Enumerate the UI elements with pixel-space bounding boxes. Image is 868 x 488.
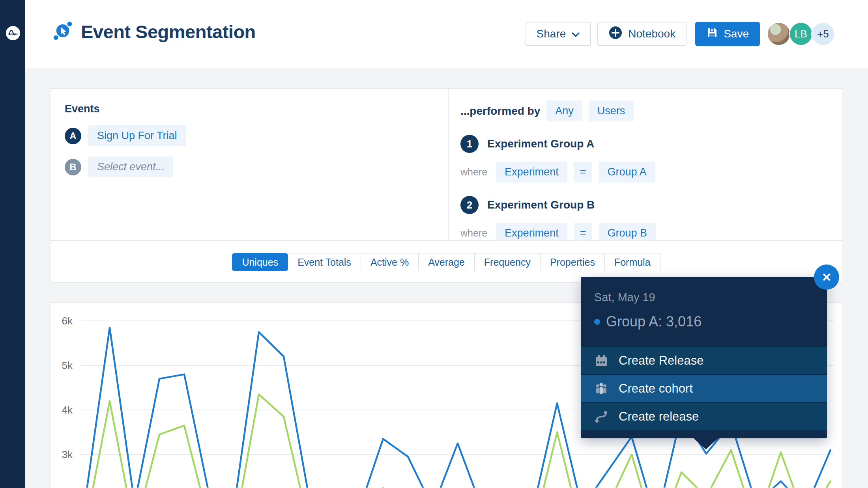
avatar-overflow-count[interactable]: +5: [811, 22, 835, 46]
tab-formula[interactable]: Formula: [605, 253, 660, 271]
event-row-a: A Sign Up For Trial: [65, 125, 186, 146]
event-segmentation-icon: [52, 20, 73, 43]
y-axis-label-5k: 5k: [62, 359, 73, 371]
y-axis-label-3k: 3k: [62, 449, 73, 460]
events-panel-title: Events: [65, 103, 186, 115]
tab-uniques[interactable]: Uniques: [232, 253, 288, 271]
menu-item-label: Create release: [619, 410, 699, 424]
segment-2-number: 2: [460, 196, 479, 214]
page-header: Event Segmentation Share Notebook: [25, 0, 868, 68]
segment-1-header: 1 Experiment Group A: [460, 135, 656, 153]
app-sidebar: [0, 0, 25, 488]
segment-2-header: 2 Experiment Group B: [460, 196, 656, 214]
page-title: Event Segmentation: [81, 21, 256, 43]
event-badge-a: A: [65, 128, 81, 144]
save-floppy-icon: [706, 27, 718, 41]
segment-1-value-selector[interactable]: Group A: [599, 162, 655, 183]
segment-2-where-label: where: [460, 227, 487, 239]
plus-circle-icon: [608, 26, 623, 43]
notebook-button-label: Notebook: [628, 28, 675, 40]
tooltip-close-button[interactable]: ✕: [814, 264, 839, 290]
panel-divider: [448, 89, 449, 240]
share-button[interactable]: Share: [526, 22, 591, 46]
menu-item-label: Create cohort: [619, 382, 693, 396]
chart-type-tabs: UniquesEvent TotalsActive %AverageFreque…: [51, 253, 842, 271]
tab-frequency[interactable]: Frequency: [475, 253, 541, 271]
cohort-icon: [594, 382, 608, 396]
tooltip-series-value: Group A: 3,016: [594, 313, 827, 330]
tooltip-pointer: [693, 438, 719, 449]
collaborator-avatars: LB +5: [769, 22, 835, 46]
menu-item-create-cohort[interactable]: Create cohort: [581, 374, 827, 402]
segment-1-property-selector[interactable]: Experiment: [496, 162, 567, 183]
menu-item-create-release[interactable]: Create release: [581, 402, 827, 430]
chevron-down-icon: [571, 28, 580, 40]
tab-properties[interactable]: Properties: [541, 253, 605, 271]
segment-2-title[interactable]: Experiment Group B: [487, 199, 595, 211]
menu-item-create-release[interactable]: Create Release: [581, 346, 827, 374]
tab-active[interactable]: Active %: [361, 253, 419, 271]
tooltip-header: Sat, May 19 Group A: 3,016: [581, 277, 827, 346]
event-select-a[interactable]: Sign Up For Trial: [88, 125, 186, 146]
amplitude-logo-icon[interactable]: [6, 26, 20, 40]
avatar-photo[interactable]: [767, 22, 791, 46]
menu-item-label: Create Release: [619, 354, 703, 368]
segment-1-title[interactable]: Experiment Group A: [487, 138, 594, 150]
calendar-icon: [594, 354, 608, 368]
event-select-b[interactable]: Select event...: [88, 156, 173, 177]
save-button-label: Save: [724, 28, 749, 40]
tooltip-series-label: Group A: 3,016: [606, 313, 702, 330]
segment-1-where-row: where Experiment = Group A: [460, 162, 656, 183]
avatar-initials[interactable]: LB: [789, 22, 813, 46]
notebook-button[interactable]: Notebook: [597, 22, 687, 46]
tooltip-date: Sat, May 19: [594, 291, 827, 304]
segment-1-number: 1: [460, 135, 479, 153]
release-icon: [594, 410, 608, 424]
performed-by-label: ...performed by: [460, 105, 540, 117]
query-builder-card: Events A Sign Up For Trial B Select even…: [50, 88, 842, 240]
chart-tooltip: Sat, May 19 Group A: 3,016 Create Releas…: [581, 277, 827, 438]
tab-event-totals[interactable]: Event Totals: [288, 253, 361, 271]
tooltip-menu: Create ReleaseCreate cohortCreate releas…: [581, 346, 827, 430]
event-badge-b: B: [65, 159, 81, 175]
y-axis-label-4k: 4k: [62, 404, 73, 416]
segment-1-where-label: where: [460, 166, 487, 178]
event-row-b: B Select event...: [65, 156, 186, 177]
series-a-dot-icon: [594, 319, 600, 325]
events-panel: Events A Sign Up For Trial B Select even…: [65, 103, 186, 177]
tab-average[interactable]: Average: [419, 253, 475, 271]
y-axis-label-6k: 6k: [62, 315, 73, 327]
save-button[interactable]: Save: [695, 22, 760, 46]
share-button-label: Share: [537, 28, 566, 40]
performed-by-panel: ...performed by Any Users 1 Experiment G…: [460, 101, 656, 244]
performed-by-any-selector[interactable]: Any: [546, 101, 582, 121]
metric-tabs-card: UniquesEvent TotalsActive %AverageFreque…: [50, 240, 842, 283]
performed-by-users-selector[interactable]: Users: [589, 101, 634, 121]
segment-1-operator-selector[interactable]: =: [574, 162, 593, 183]
